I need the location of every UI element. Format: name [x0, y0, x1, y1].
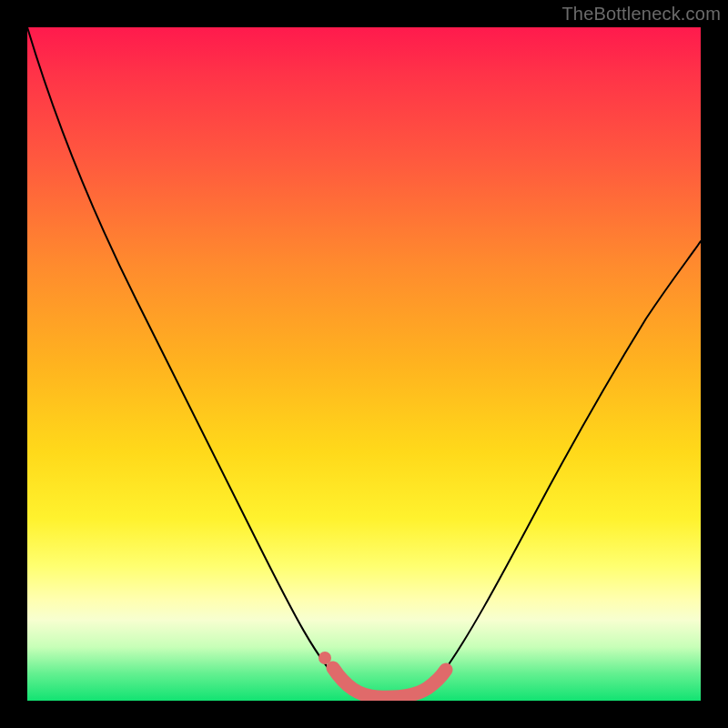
chart-frame: TheBottleneck.com	[0, 0, 728, 728]
watermark-text: TheBottleneck.com	[561, 4, 721, 25]
plot-background-gradient	[27, 27, 701, 701]
